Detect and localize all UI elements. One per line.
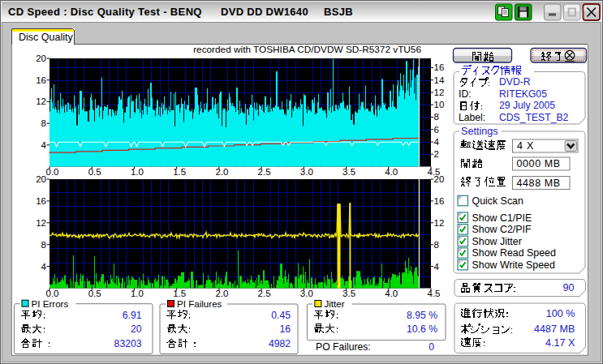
svg-text:Settings: Settings xyxy=(461,126,498,137)
svg-text:16: 16 xyxy=(36,75,46,85)
svg-text:14: 14 xyxy=(434,75,445,85)
svg-text:BSJB: BSJB xyxy=(324,6,353,18)
svg-text:10: 10 xyxy=(434,100,445,109)
svg-text:4: 4 xyxy=(434,137,440,147)
svg-text:4487 MB: 4487 MB xyxy=(534,323,575,335)
svg-text:4.5: 4.5 xyxy=(428,289,441,298)
svg-text:DVD DD DW1640: DVD DD DW1640 xyxy=(221,6,308,18)
svg-text:0.5: 0.5 xyxy=(88,289,101,298)
svg-text:0000 MB: 0000 MB xyxy=(517,158,561,169)
svg-text:Show C2/PIF: Show C2/PIF xyxy=(472,224,532,235)
svg-text:4: 4 xyxy=(41,140,47,150)
svg-text:8: 8 xyxy=(434,112,439,122)
svg-text:10.6 %: 10.6 % xyxy=(407,323,437,335)
svg-text:3.0: 3.0 xyxy=(300,289,313,298)
svg-text:20: 20 xyxy=(434,174,445,184)
svg-text:2.0: 2.0 xyxy=(215,289,228,298)
svg-text:6.91: 6.91 xyxy=(123,310,142,321)
svg-text:PI Failures: PI Failures xyxy=(177,298,222,309)
svg-text:3.0: 3.0 xyxy=(300,167,313,177)
svg-text:0.5: 0.5 xyxy=(88,167,101,177)
svg-text:DVD-R: DVD-R xyxy=(499,76,531,88)
svg-text:Show C1/PIE: Show C1/PIE xyxy=(472,212,532,224)
svg-text:Show Read Speed: Show Read Speed xyxy=(472,247,556,259)
svg-text:Disc Quality: Disc Quality xyxy=(19,32,73,43)
svg-text:83203: 83203 xyxy=(114,338,142,349)
svg-text:100 %: 100 % xyxy=(546,308,575,319)
svg-text:Show Jitter: Show Jitter xyxy=(472,236,522,247)
svg-text:16: 16 xyxy=(36,196,46,206)
svg-text:0: 0 xyxy=(429,341,434,353)
svg-text:2: 2 xyxy=(434,149,439,159)
svg-text:8: 8 xyxy=(434,240,439,250)
svg-text:4.0: 4.0 xyxy=(385,167,398,177)
svg-text:16: 16 xyxy=(279,323,291,335)
svg-text:CDS_TEST_B2: CDS_TEST_B2 xyxy=(499,112,569,123)
svg-text:RITEKG05: RITEKG05 xyxy=(499,88,547,100)
svg-text:3.5: 3.5 xyxy=(342,289,355,298)
svg-text:16: 16 xyxy=(434,62,445,72)
svg-text:ID:: ID: xyxy=(459,88,472,100)
svg-text:12: 12 xyxy=(434,88,445,97)
svg-text:20: 20 xyxy=(36,174,46,184)
svg-text:1.5: 1.5 xyxy=(173,289,186,298)
svg-text:1.0: 1.0 xyxy=(131,289,144,298)
svg-text:1.5: 1.5 xyxy=(173,167,186,177)
svg-text:16: 16 xyxy=(434,196,445,206)
svg-text:PO Failures:: PO Failures: xyxy=(316,341,371,353)
svg-text:8: 8 xyxy=(41,240,46,250)
svg-text:29 July 2005: 29 July 2005 xyxy=(499,100,555,111)
svg-text:0.45: 0.45 xyxy=(271,310,291,321)
svg-text:4: 4 xyxy=(434,262,440,272)
svg-text:2.5: 2.5 xyxy=(258,289,271,298)
svg-text:Quick Scan: Quick Scan xyxy=(472,195,523,207)
svg-text:90: 90 xyxy=(562,282,574,293)
svg-text:1.0: 1.0 xyxy=(131,167,144,177)
svg-text:8: 8 xyxy=(41,118,46,128)
svg-text:0.0: 0.0 xyxy=(46,289,59,298)
svg-text:2.5: 2.5 xyxy=(258,167,271,177)
svg-text:Show Write Speed: Show Write Speed xyxy=(472,259,556,271)
svg-text:8.95 %: 8.95 % xyxy=(407,310,437,321)
svg-text:3.5: 3.5 xyxy=(342,167,355,177)
svg-text:recorded with TOSHIBA CD/DVDW: recorded with TOSHIBA CD/DVDW SD-R5372 v… xyxy=(193,44,421,55)
svg-text:4 X: 4 X xyxy=(517,140,534,152)
svg-text:20: 20 xyxy=(36,54,46,63)
svg-text:12: 12 xyxy=(434,218,445,228)
svg-text:4.0: 4.0 xyxy=(385,289,398,298)
svg-text:Label:: Label: xyxy=(459,112,485,123)
svg-text:Jitter: Jitter xyxy=(324,298,344,309)
svg-text:4.17 X: 4.17 X xyxy=(545,337,575,349)
svg-text:12: 12 xyxy=(36,96,46,106)
svg-text:PI Errors: PI Errors xyxy=(32,298,69,309)
svg-text:4982: 4982 xyxy=(269,338,291,349)
svg-text:4: 4 xyxy=(41,262,47,272)
svg-text:6: 6 xyxy=(434,125,439,135)
svg-text:4488 MB: 4488 MB xyxy=(517,178,561,189)
svg-text:12: 12 xyxy=(36,218,46,228)
svg-text:20: 20 xyxy=(131,323,142,335)
svg-text:CD Speed : Disc Quality Test -: CD Speed : Disc Quality Test - BENQ xyxy=(8,6,202,18)
svg-text:2.0: 2.0 xyxy=(215,167,228,177)
svg-text:0.0: 0.0 xyxy=(46,167,59,177)
